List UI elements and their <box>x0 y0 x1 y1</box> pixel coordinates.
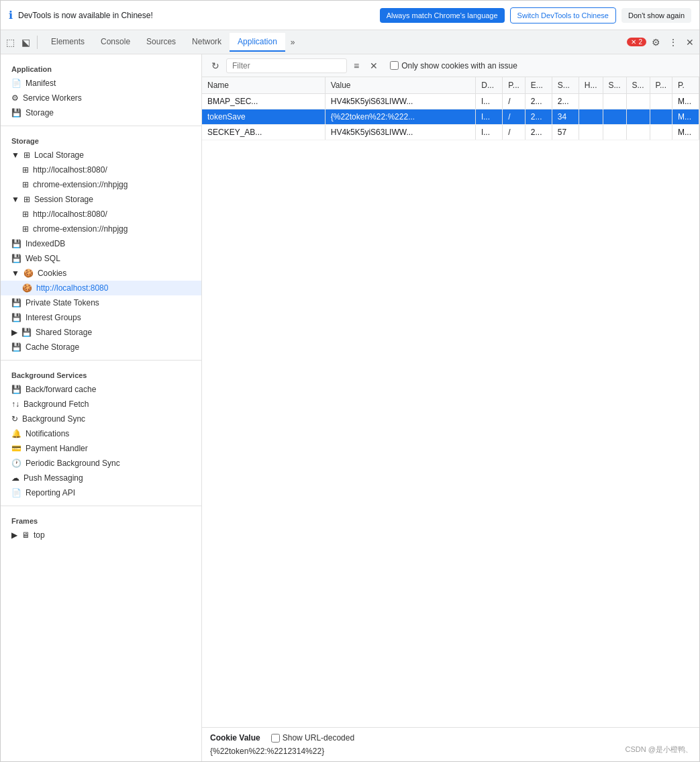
cookie-s: 2... <box>552 94 579 109</box>
cookie-s2 <box>603 109 626 125</box>
sidebar-item-local-storage-localhost[interactable]: ⊞ http://localhost:8080/ <box>1 162 201 177</box>
tab-bar: ⬚ ⬕ Elements Console Sources Network App… <box>1 30 699 54</box>
sidebar-item-manifest[interactable]: 📄 Manifest <box>1 76 201 91</box>
close-devtools-btn[interactable]: ✕ <box>683 34 697 50</box>
issue-filter-label[interactable]: Only show cookies with an issue <box>390 61 517 70</box>
tab-application[interactable]: Application <box>230 33 285 52</box>
sidebar-item-cache-storage[interactable]: 💾 Cache Storage <box>1 340 201 354</box>
cookie-name: SECKEY_AB... <box>202 125 325 140</box>
device-icon-btn[interactable]: ⬕ <box>19 34 33 50</box>
sidebar-item-session-storage-localhost[interactable]: ⊞ http://localhost:8080/ <box>1 207 201 222</box>
dont-show-button[interactable]: Don't show again <box>621 8 691 23</box>
sidebar-section-frames: Frames <box>1 512 201 528</box>
cookie-value-content: {%22token%22:%2212314%22} <box>210 747 691 756</box>
sidebar-label-cookies-localhost: http://localhost:8080 <box>36 283 108 293</box>
sidebar-item-service-workers[interactable]: ⚙ Service Workers <box>1 91 201 105</box>
clear-filter-btn[interactable]: ≡ <box>350 58 363 73</box>
cookie-p3: M... <box>672 94 699 109</box>
shared-storage-expand-icon: ▶ <box>11 328 17 337</box>
cookie-p: / <box>503 125 525 140</box>
sidebar-label-ss-localhost: http://localhost:8080/ <box>33 209 107 219</box>
cookie-p2 <box>650 125 672 140</box>
info-icon: ℹ <box>9 9 13 21</box>
tab-console[interactable]: Console <box>93 33 138 52</box>
sidebar-divider-3 <box>1 506 201 506</box>
shared-storage-icon: 💾 <box>21 328 32 337</box>
right-panel: ↻ ≡ ✕ Only show cookies with an issue Na… <box>202 54 699 761</box>
sidebar-item-top-frame[interactable]: ▶ 🖥 top <box>1 528 201 542</box>
sidebar-item-back-forward[interactable]: 💾 Back/forward cache <box>1 382 201 397</box>
sidebar-label-periodic-sync: Periodic Background Sync <box>26 459 120 468</box>
ls-ext-icon: ⊞ <box>22 180 29 189</box>
sidebar-section-storage: Storage <box>1 132 201 148</box>
sidebar-item-notifications[interactable]: 🔔 Notifications <box>1 426 201 441</box>
local-storage-icon: ▼ <box>11 150 19 160</box>
cookie-h <box>579 94 603 109</box>
sidebar-item-interest-groups[interactable]: 💾 Interest Groups <box>1 310 201 325</box>
col-s2: S... <box>603 77 626 94</box>
tab-sources[interactable]: Sources <box>138 33 184 52</box>
tab-more-btn[interactable]: » <box>285 35 301 50</box>
sidebar-item-reporting-api[interactable]: 📄 Reporting API <box>1 485 201 500</box>
sidebar-item-bg-fetch[interactable]: ↑↓ Background Fetch <box>1 397 201 412</box>
sidebar-item-storage[interactable]: 💾 Storage <box>1 105 201 120</box>
sidebar-item-shared-storage[interactable]: ▶ 💾 Shared Storage <box>1 325 201 340</box>
sidebar-item-session-storage-extension[interactable]: ⊞ chrome-extension://nhpjgg <box>1 222 201 236</box>
col-name: Name <box>202 77 325 94</box>
cookie-value-header: Cookie Value Show URL-decoded <box>210 733 691 743</box>
cookie-name: tokenSave <box>202 109 325 125</box>
sidebar-item-cookies-localhost[interactable]: 🍪 http://localhost:8080 <box>1 281 201 295</box>
cookie-s3 <box>626 94 650 109</box>
sidebar-item-periodic-sync[interactable]: 🕐 Periodic Background Sync <box>1 456 201 471</box>
cookie-p2 <box>650 109 672 125</box>
notification-text: DevTools is now available in Chinese! <box>18 11 374 20</box>
settings-btn[interactable]: ⚙ <box>649 34 663 50</box>
match-language-button[interactable]: Always match Chrome's language <box>380 8 505 23</box>
tab-elements[interactable]: Elements <box>43 33 93 52</box>
sidebar-item-cookies[interactable]: ▼ 🍪 Cookies <box>1 266 201 281</box>
sidebar-label-back-forward: Back/forward cache <box>26 385 96 394</box>
delete-filter-btn[interactable]: ✕ <box>366 58 382 73</box>
cookies-localhost-icon: 🍪 <box>22 283 32 293</box>
table-row[interactable]: SECKEY_AB... HV4k5K5yiS63LIWW... l... / … <box>202 125 699 140</box>
sidebar-item-session-storage[interactable]: ▼ ⊞ Session Storage <box>1 192 201 207</box>
more-options-btn[interactable]: ⋮ <box>666 34 681 50</box>
cookie-value: HV4k5K5yiS63LIWW... <box>325 94 476 109</box>
sidebar-item-push-messaging[interactable]: ☁ Push Messaging <box>1 471 201 485</box>
sidebar-item-local-storage[interactable]: ▼ ⊞ Local Storage <box>1 148 201 162</box>
url-decoded-checkbox[interactable] <box>271 734 280 743</box>
cookies-icon: 🍪 <box>23 269 34 278</box>
sidebar-item-bg-sync[interactable]: ↻ Background Sync <box>1 412 201 426</box>
table-row-selected[interactable]: tokenSave {%22token%22:%222... l... / 2.… <box>202 109 699 125</box>
sidebar-label-indexeddb: IndexedDB <box>26 239 65 248</box>
sidebar-item-websql[interactable]: 💾 Web SQL <box>1 251 201 266</box>
sidebar-label-session-storage: Session Storage <box>34 195 93 204</box>
tab-bar-right: ✕ 2 ⚙ ⋮ ✕ <box>627 34 697 50</box>
sidebar-item-local-storage-extension[interactable]: ⊞ chrome-extension://nhpjgg <box>1 177 201 192</box>
cookie-e: 2... <box>525 109 552 125</box>
switch-chinese-button[interactable]: Switch DevTools to Chinese <box>510 7 616 23</box>
sidebar-label-local-storage: Local Storage <box>34 150 84 160</box>
refresh-cookies-btn[interactable]: ↻ <box>207 58 223 73</box>
filter-input[interactable] <box>226 58 347 73</box>
col-value: Value <box>325 77 476 94</box>
sidebar-item-private-state[interactable]: 💾 Private State Tokens <box>1 295 201 310</box>
sidebar-label-reporting-api: Reporting API <box>26 488 75 497</box>
sidebar-item-payment-handler[interactable]: 💳 Payment Handler <box>1 441 201 456</box>
cookie-e: 2... <box>525 125 552 140</box>
sidebar-label-private-state: Private State Tokens <box>26 298 99 307</box>
sidebar-label-storage: Storage <box>26 108 54 117</box>
sidebar-label-cache-storage: Cache Storage <box>26 342 79 352</box>
issue-filter-checkbox[interactable] <box>390 61 399 70</box>
url-decoded-label[interactable]: Show URL-decoded <box>271 733 354 743</box>
cookie-table: Name Value D... P... E... S... H... S...… <box>202 77 699 140</box>
table-row[interactable]: BMAP_SEC... HV4k5K5yiS63LIWW... l... / 2… <box>202 94 699 109</box>
tab-network[interactable]: Network <box>184 33 230 52</box>
bg-fetch-icon: ↑↓ <box>11 399 19 409</box>
col-s: S... <box>552 77 579 94</box>
push-messaging-icon: ☁ <box>11 473 19 483</box>
payment-handler-icon: 💳 <box>11 444 21 453</box>
inspect-icon-btn[interactable]: ⬚ <box>3 34 17 50</box>
sidebar-item-indexeddb[interactable]: 💾 IndexedDB <box>1 236 201 251</box>
error-badge[interactable]: ✕ 2 <box>627 38 646 46</box>
